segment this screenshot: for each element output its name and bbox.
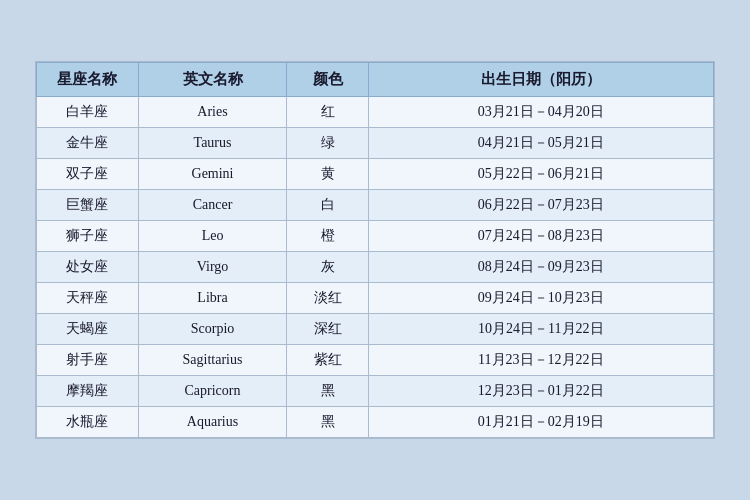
cell-english: Cancer bbox=[138, 190, 287, 221]
cell-date: 05月22日－06月21日 bbox=[368, 159, 713, 190]
cell-chinese: 天秤座 bbox=[37, 283, 139, 314]
cell-date: 03月21日－04月20日 bbox=[368, 97, 713, 128]
cell-chinese: 水瓶座 bbox=[37, 407, 139, 438]
cell-date: 12月23日－01月22日 bbox=[368, 376, 713, 407]
cell-english: Sagittarius bbox=[138, 345, 287, 376]
cell-english: Virgo bbox=[138, 252, 287, 283]
table-row: 巨蟹座Cancer白06月22日－07月23日 bbox=[37, 190, 714, 221]
table-body: 白羊座Aries红03月21日－04月20日金牛座Taurus绿04月21日－0… bbox=[37, 97, 714, 438]
table-row: 天蝎座Scorpio深红10月24日－11月22日 bbox=[37, 314, 714, 345]
cell-chinese: 射手座 bbox=[37, 345, 139, 376]
table-row: 处女座Virgo灰08月24日－09月23日 bbox=[37, 252, 714, 283]
cell-date: 07月24日－08月23日 bbox=[368, 221, 713, 252]
cell-color: 橙 bbox=[287, 221, 368, 252]
cell-color: 白 bbox=[287, 190, 368, 221]
cell-chinese: 摩羯座 bbox=[37, 376, 139, 407]
cell-date: 09月24日－10月23日 bbox=[368, 283, 713, 314]
cell-english: Aquarius bbox=[138, 407, 287, 438]
cell-date: 06月22日－07月23日 bbox=[368, 190, 713, 221]
cell-color: 紫红 bbox=[287, 345, 368, 376]
cell-english: Capricorn bbox=[138, 376, 287, 407]
table-row: 双子座Gemini黄05月22日－06月21日 bbox=[37, 159, 714, 190]
cell-color: 深红 bbox=[287, 314, 368, 345]
cell-color: 黑 bbox=[287, 376, 368, 407]
cell-color: 红 bbox=[287, 97, 368, 128]
cell-chinese: 金牛座 bbox=[37, 128, 139, 159]
cell-english: Taurus bbox=[138, 128, 287, 159]
cell-color: 黄 bbox=[287, 159, 368, 190]
table-header-row: 星座名称 英文名称 颜色 出生日期（阳历） bbox=[37, 63, 714, 97]
cell-date: 11月23日－12月22日 bbox=[368, 345, 713, 376]
cell-color: 绿 bbox=[287, 128, 368, 159]
cell-chinese: 双子座 bbox=[37, 159, 139, 190]
zodiac-table: 星座名称 英文名称 颜色 出生日期（阳历） 白羊座Aries红03月21日－04… bbox=[36, 62, 714, 438]
cell-english: Gemini bbox=[138, 159, 287, 190]
cell-date: 10月24日－11月22日 bbox=[368, 314, 713, 345]
cell-chinese: 天蝎座 bbox=[37, 314, 139, 345]
cell-color: 灰 bbox=[287, 252, 368, 283]
table-row: 天秤座Libra淡红09月24日－10月23日 bbox=[37, 283, 714, 314]
zodiac-table-container: 星座名称 英文名称 颜色 出生日期（阳历） 白羊座Aries红03月21日－04… bbox=[35, 61, 715, 439]
header-english: 英文名称 bbox=[138, 63, 287, 97]
cell-color: 黑 bbox=[287, 407, 368, 438]
table-row: 金牛座Taurus绿04月21日－05月21日 bbox=[37, 128, 714, 159]
cell-color: 淡红 bbox=[287, 283, 368, 314]
cell-english: Scorpio bbox=[138, 314, 287, 345]
cell-chinese: 处女座 bbox=[37, 252, 139, 283]
header-color: 颜色 bbox=[287, 63, 368, 97]
cell-date: 08月24日－09月23日 bbox=[368, 252, 713, 283]
table-row: 白羊座Aries红03月21日－04月20日 bbox=[37, 97, 714, 128]
cell-english: Leo bbox=[138, 221, 287, 252]
table-row: 摩羯座Capricorn黑12月23日－01月22日 bbox=[37, 376, 714, 407]
cell-date: 04月21日－05月21日 bbox=[368, 128, 713, 159]
cell-english: Libra bbox=[138, 283, 287, 314]
header-date: 出生日期（阳历） bbox=[368, 63, 713, 97]
table-row: 狮子座Leo橙07月24日－08月23日 bbox=[37, 221, 714, 252]
header-chinese: 星座名称 bbox=[37, 63, 139, 97]
table-row: 水瓶座Aquarius黑01月21日－02月19日 bbox=[37, 407, 714, 438]
cell-chinese: 白羊座 bbox=[37, 97, 139, 128]
table-row: 射手座Sagittarius紫红11月23日－12月22日 bbox=[37, 345, 714, 376]
cell-date: 01月21日－02月19日 bbox=[368, 407, 713, 438]
cell-english: Aries bbox=[138, 97, 287, 128]
cell-chinese: 狮子座 bbox=[37, 221, 139, 252]
cell-chinese: 巨蟹座 bbox=[37, 190, 139, 221]
